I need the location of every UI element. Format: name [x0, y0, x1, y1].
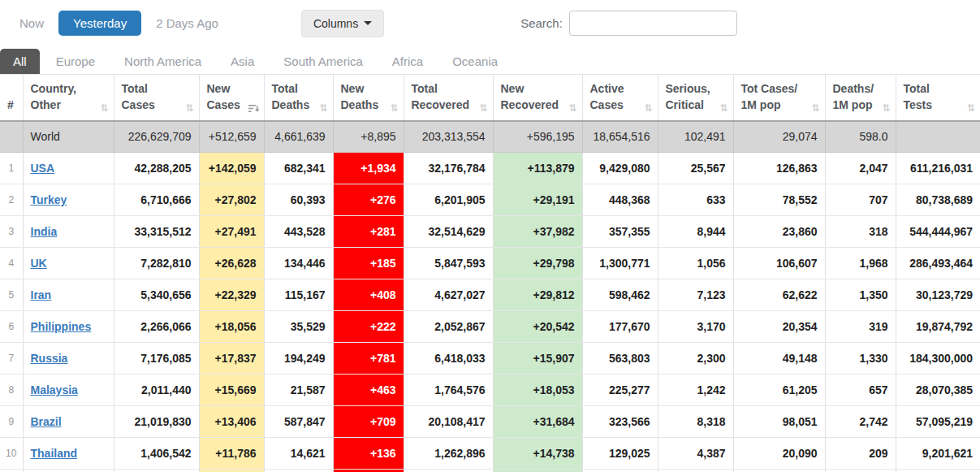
value-cell-total-deaths: 21,587: [264, 375, 333, 406]
now-button[interactable]: Now: [11, 11, 52, 35]
tab-all[interactable]: All: [0, 49, 40, 74]
tab-asia[interactable]: Asia: [218, 49, 267, 74]
value-cell-new-cases: +142,059: [199, 153, 264, 184]
country-link[interactable]: Russia: [31, 352, 68, 365]
column-header-country[interactable]: Country,Other⇅: [23, 75, 114, 121]
sort-both-icon: ⇅: [718, 102, 727, 114]
country-link[interactable]: Philippines: [31, 320, 92, 333]
country-link[interactable]: India: [31, 225, 58, 238]
value-cell-new-deaths: [333, 470, 404, 472]
yesterday-button[interactable]: Yesterday: [58, 11, 141, 36]
table-row: 10Thailand1,406,542+11,78614,621+1361,26…: [0, 438, 980, 470]
column-label: TotalRecovered: [412, 80, 470, 114]
value-cell-total-recovered: 32,514,629: [404, 216, 493, 248]
value-cell-active-cases: 598,462: [582, 279, 658, 311]
country-link[interactable]: USA: [31, 162, 55, 175]
column-header-new-cases[interactable]: NewCases: [199, 75, 264, 121]
world-row: World226,629,709+512,6594,661,639+8,8952…: [0, 121, 980, 153]
column-header-new-deaths[interactable]: NewDeaths⇅: [333, 75, 404, 121]
table-row: 2Turkey6,710,666+27,80260,393+2766,201,9…: [0, 184, 980, 216]
value-cell-deaths-1m: 1,968: [825, 248, 896, 279]
country-cell: Turkey: [23, 184, 114, 216]
table-row: 9Brazil21,019,830+13,406587,847+70920,10…: [0, 406, 980, 438]
country-link[interactable]: UK: [31, 257, 47, 270]
tab-south-america[interactable]: South America: [270, 49, 376, 74]
columns-dropdown-button[interactable]: Columns: [301, 10, 384, 37]
value-cell-total-cases: 42,288,205: [114, 153, 199, 184]
rank-cell: 10: [0, 438, 23, 470]
column-label: #: [7, 97, 14, 113]
value-cell-serious-critical: [658, 470, 733, 472]
column-header-active-cases[interactable]: ActiveCases⇅: [582, 75, 658, 121]
sort-both-icon: ⇅: [183, 102, 193, 114]
country-link[interactable]: Turkey: [31, 193, 67, 206]
value-cell-active-cases: 225,277: [582, 375, 658, 406]
table-row: 3India33,315,512+27,491443,528+28132,514…: [0, 216, 980, 248]
value-cell-new-deaths: +281: [333, 216, 404, 248]
value-cell-serious-critical: 25,567: [658, 153, 733, 184]
value-cell-tot-cases-1m: 62,622: [733, 279, 825, 311]
value-cell-active-cases: 1,300,771: [582, 248, 658, 279]
value-cell-new-recovered: +37,982: [493, 216, 582, 248]
tab-europe[interactable]: Europe: [43, 49, 108, 74]
value-cell-new-recovered: +31,684: [493, 406, 582, 438]
value-cell-tot-cases-1m: 126,863: [733, 153, 825, 184]
country-link[interactable]: Brazil: [31, 415, 62, 428]
value-cell-deaths-1m: 2,047: [825, 153, 896, 184]
value-cell-total-cases: 7,176,085: [114, 343, 199, 375]
country-cell: UK: [23, 248, 114, 279]
column-header-deaths-1m[interactable]: Deaths/1M pop⇅: [825, 75, 896, 121]
value-cell-active-cases: 9,429,080: [582, 153, 658, 184]
country-link[interactable]: Malaysia: [31, 383, 78, 396]
value-cell-total-recovered: 20,108,417: [404, 406, 493, 438]
column-header-total-tests[interactable]: TotalTests⇅: [896, 75, 980, 121]
column-header-tot-cases-1m[interactable]: Tot Cases/1M pop⇅: [733, 75, 825, 121]
worldometers-coronavirus-screen: Now Yesterday 2 Days Ago Columns Search:…: [0, 0, 980, 472]
column-label: ActiveCases: [590, 80, 624, 114]
column-header-total-recovered[interactable]: TotalRecovered⇅: [404, 75, 493, 121]
country-link[interactable]: Iran: [31, 288, 52, 301]
value-cell-new-deaths: +8,895: [333, 121, 404, 153]
chevron-down-icon: [364, 21, 372, 25]
value-cell-total-tests: 30,123,729: [896, 279, 980, 311]
value-cell-total-deaths: 4,661,639: [264, 121, 333, 153]
value-cell-tot-cases-1m: 20,090: [733, 438, 825, 470]
value-cell-new-deaths: +136: [333, 438, 404, 470]
value-cell-total-recovered: 1,262,896: [404, 438, 493, 470]
value-cell-total-cases: 21,019,830: [114, 406, 199, 438]
country-cell: World: [23, 121, 114, 153]
country-cell: [23, 470, 114, 472]
value-cell-tot-cases-1m: 29,074: [733, 121, 825, 153]
value-cell-new-deaths: +222: [333, 311, 404, 343]
value-cell-serious-critical: 1,056: [658, 248, 733, 279]
column-header-serious-critical[interactable]: Serious,Critical⇅: [658, 75, 733, 121]
search-input[interactable]: [569, 11, 737, 36]
rank-cell: [0, 470, 23, 472]
value-cell-new-cases: [199, 470, 264, 472]
sort-descending-icon: [247, 103, 259, 114]
value-cell-total-tests: 57,095,219: [896, 406, 980, 438]
value-cell-total-tests: 19,874,792: [896, 311, 980, 343]
sort-both-icon: ⇅: [567, 102, 576, 114]
tab-africa[interactable]: Africa: [379, 49, 436, 74]
value-cell-total-tests: [896, 470, 980, 472]
value-cell-new-cases: +17,837: [199, 343, 264, 375]
tab-north-america[interactable]: North America: [111, 49, 214, 74]
value-cell-new-recovered: +29,798: [493, 248, 582, 279]
column-header-total-cases[interactable]: TotalCases⇅: [114, 75, 199, 121]
column-header-new-recovered[interactable]: NewRecovered⇅: [493, 75, 582, 121]
value-cell-new-recovered: +18,053: [493, 375, 582, 406]
value-cell-total-deaths: [264, 470, 333, 472]
column-label: Tot Cases/1M pop: [741, 80, 798, 114]
value-cell-new-deaths: +463: [333, 375, 404, 406]
tab-oceania[interactable]: Oceania: [439, 49, 511, 74]
two-days-ago-button[interactable]: 2 Days Ago: [148, 11, 227, 35]
value-cell-total-cases: 2,266,066: [114, 311, 199, 343]
value-cell-total-recovered: 5,847,593: [404, 248, 493, 279]
value-cell-new-recovered: +596,195: [493, 121, 582, 153]
country-link[interactable]: Thailand: [31, 447, 78, 460]
sort-both-icon: ⇅: [965, 102, 975, 114]
column-header-total-deaths[interactable]: TotalDeaths⇅: [264, 75, 333, 121]
value-cell-new-cases: +13,406: [199, 406, 264, 438]
value-cell-total-recovered: 6,418,033: [404, 343, 493, 375]
